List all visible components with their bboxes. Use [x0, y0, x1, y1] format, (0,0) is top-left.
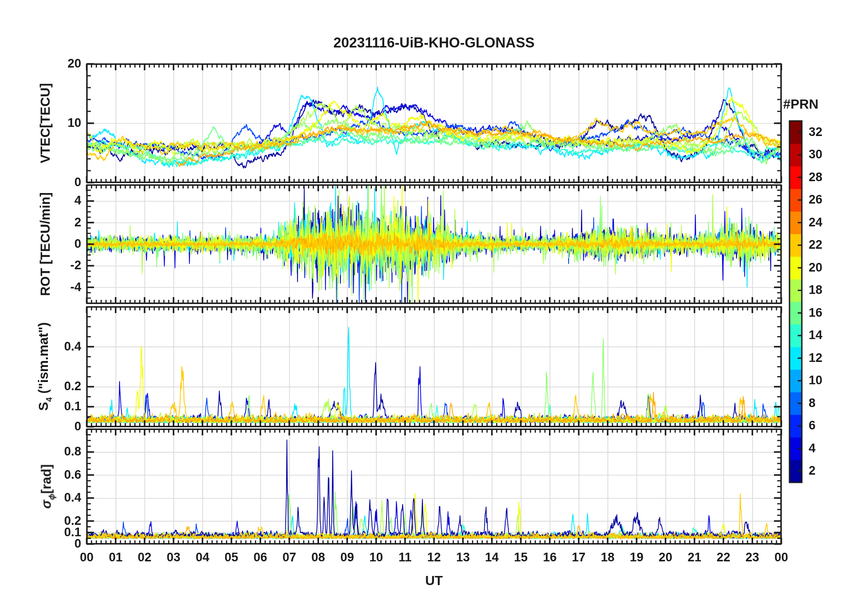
x-tick-label: 18: [594, 550, 622, 565]
x-tick-label: 14: [478, 550, 506, 565]
x-tick-label: 16: [536, 550, 564, 565]
x-tick-label: 19: [623, 550, 650, 565]
y-tick-label: 10: [49, 116, 81, 130]
x-tick-label: 12: [420, 550, 448, 565]
y-tick-label: 0.2: [49, 379, 81, 393]
y-tick-label: 2: [49, 215, 81, 230]
x-tick-label: 17: [565, 550, 592, 565]
x-tick-label: 22: [710, 550, 737, 565]
colorbar-tick-label: 26: [809, 193, 822, 207]
colorbar-tick-label: 12: [809, 351, 822, 365]
x-tick-label: 23: [739, 550, 766, 565]
colorbar-tick-label: 10: [809, 373, 822, 387]
colorbar-title: #PRN: [783, 97, 818, 112]
y-tick-label: 0.1: [49, 399, 81, 413]
x-tick-label: 11: [392, 550, 419, 565]
x-axis-label: UT: [425, 573, 443, 588]
colorbar-tick-label: 22: [809, 238, 822, 252]
y-tick-label: 0.4: [49, 340, 81, 354]
x-tick-label: 03: [160, 550, 187, 565]
y-tick-label: 0: [49, 419, 81, 434]
colorbar-tick-label: 8: [809, 396, 816, 410]
chart-canvas: [0, 0, 868, 607]
colorbar-tick-label: 6: [809, 419, 816, 433]
y-tick-label: 0.8: [49, 445, 81, 459]
x-tick-label: 01: [102, 550, 129, 565]
y-axis-label-s4: S4 ("ism.mat"): [36, 322, 54, 411]
x-tick-label: 10: [362, 550, 390, 565]
colorbar-tick-label: 28: [809, 170, 822, 184]
x-tick-label: 15: [507, 550, 534, 565]
colorbar-tick-label: 32: [809, 125, 822, 139]
colorbar-tick-label: 2: [809, 464, 816, 478]
x-tick-label: 13: [449, 550, 476, 565]
x-tick-label: 09: [334, 550, 361, 565]
x-tick-label: 02: [131, 550, 158, 565]
colorbar-tick-label: 16: [809, 306, 822, 320]
colorbar-tick-label: 4: [809, 441, 816, 455]
x-tick-label: 00: [73, 550, 100, 565]
y-tick-label: 4: [49, 194, 81, 208]
y-tick-label: 20: [49, 57, 81, 71]
y-tick-label: 0: [49, 237, 81, 251]
colorbar-tick-label: 14: [809, 328, 822, 342]
y-tick-label: -2: [49, 258, 81, 272]
y-tick-label: 0.6: [49, 468, 81, 482]
x-tick-label: 00: [768, 550, 795, 565]
colorbar-tick-label: 18: [809, 283, 822, 297]
colorbar-tick-label: 30: [809, 147, 822, 162]
y-tick-label: 0.4: [49, 491, 81, 505]
y-tick-label: -4: [49, 280, 81, 294]
x-tick-label: 05: [218, 550, 245, 565]
x-tick-label: 20: [652, 550, 679, 565]
x-tick-label: 06: [247, 550, 274, 565]
y-tick-label: 0: [49, 175, 81, 189]
colorbar-tick-label: 24: [809, 215, 822, 230]
x-tick-label: 08: [304, 550, 332, 565]
y-tick-label: 0.2: [49, 514, 81, 528]
colorbar-tick-label: 20: [809, 261, 822, 275]
x-tick-label: 04: [189, 550, 216, 565]
x-tick-label: 21: [681, 550, 708, 565]
chart-title: 20231116-UiB-KHO-GLONASS: [333, 35, 534, 51]
x-tick-label: 07: [276, 550, 303, 565]
glonass-scintillation-figure: 20231116-UiB-KHO-GLONASS VTEC[TECU] ROT …: [0, 0, 868, 607]
